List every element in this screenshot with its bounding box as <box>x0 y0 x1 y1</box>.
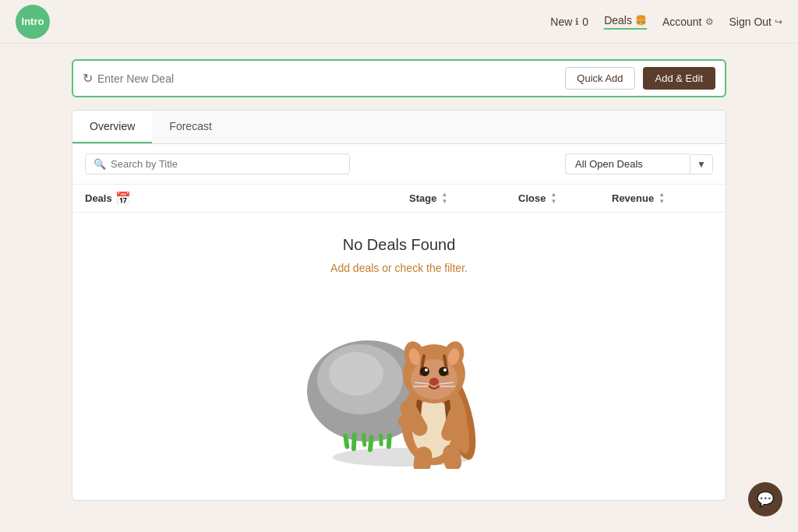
filter-icon: ▼ <box>697 159 706 170</box>
th-stage: Stage ▲ ▼ <box>409 192 518 205</box>
nav-account-label: Account <box>662 16 702 28</box>
sort-up-icon: ▲ <box>441 192 447 198</box>
tabs-bar: Overview Forecast <box>72 111 726 144</box>
search-icon: 🔍 <box>94 158 106 170</box>
sort-up-icon: ▲ <box>659 192 665 198</box>
nav-new-label: New <box>550 16 572 28</box>
svg-rect-8 <box>379 434 383 446</box>
sort-up-icon: ▲ <box>550 192 556 198</box>
info-icon: ℹ <box>575 16 579 27</box>
svg-point-32 <box>429 378 439 386</box>
filter-button[interactable]: ▼ <box>690 154 713 174</box>
quick-add-button[interactable]: Quick Add <box>565 67 634 90</box>
table-header: Deals 📅 Stage ▲ ▼ Close ▲ ▼ Revenue <box>72 185 726 213</box>
nav-deals-label: Deals <box>604 14 632 26</box>
svg-point-3 <box>329 352 383 396</box>
svg-point-31 <box>443 368 447 372</box>
search-input[interactable] <box>111 158 341 170</box>
th-close: Close ▲ ▼ <box>518 192 612 205</box>
filter-bar: 🔍 All Open Deals My Open Deals Won Deals… <box>72 144 726 185</box>
tab-overview[interactable]: Overview <box>72 111 152 143</box>
deals-panel: Overview Forecast 🔍 All Open Deals My Op… <box>72 110 726 501</box>
refresh-icon: ↻ <box>83 71 93 86</box>
sort-down-icon: ▼ <box>659 199 665 205</box>
deals-filter-select[interactable]: All Open Deals My Open Deals Won Deals L… <box>565 153 690 174</box>
top-navigation: Intro New ℹ 0 Deals 🍔 Account ⚙ Sign Out… <box>0 0 798 44</box>
tab-forecast[interactable]: Forecast <box>152 111 228 143</box>
stage-sort[interactable]: ▲ ▼ <box>441 192 447 205</box>
main-content: ↻ Quick Add Add & Edit Overview Forecast… <box>48 44 750 516</box>
nav-item-signout[interactable]: Sign Out ↪ <box>729 16 782 28</box>
deals-icon: 🍔 <box>635 15 647 26</box>
deal-input-wrapper: ↻ <box>83 71 557 86</box>
nav-item-deals[interactable]: Deals 🍔 <box>604 14 647 30</box>
quick-add-bar: ↻ Quick Add Add & Edit <box>72 59 726 97</box>
chat-button[interactable]: 💬 <box>748 482 782 516</box>
svg-point-29 <box>439 367 448 376</box>
sort-down-icon: ▼ <box>550 199 556 205</box>
svg-point-30 <box>425 368 428 372</box>
th-deals: Deals 📅 <box>85 191 409 206</box>
chipmunk-illustration <box>290 290 508 469</box>
filter-select-wrapper: All Open Deals My Open Deals Won Deals L… <box>358 153 713 174</box>
chat-icon: 💬 <box>757 491 774 508</box>
signout-icon: ↪ <box>775 16 782 27</box>
th-revenue: Revenue ▲ ▼ <box>612 192 713 205</box>
search-box: 🔍 <box>85 153 350 174</box>
svg-point-28 <box>420 367 429 376</box>
nav-new-badge: 0 <box>582 16 588 28</box>
close-sort[interactable]: ▲ ▼ <box>550 192 556 205</box>
empty-state: No Deals Found Add deals or check the fi… <box>72 213 726 500</box>
nav-item-account[interactable]: Account ⚙ <box>662 16 714 28</box>
enter-deal-input[interactable] <box>97 72 557 85</box>
nav-item-new[interactable]: New ℹ 0 <box>550 16 588 28</box>
logo-button[interactable]: Intro <box>16 5 50 39</box>
gear-icon: ⚙ <box>705 16 714 27</box>
sort-down-icon: ▼ <box>441 199 447 205</box>
nav-signout-label: Sign Out <box>729 16 772 28</box>
calendar-icon[interactable]: 📅 <box>115 191 131 206</box>
nav-right: New ℹ 0 Deals 🍔 Account ⚙ Sign Out ↪ <box>550 14 782 30</box>
empty-message: Add deals or check the filter. <box>330 262 468 274</box>
svg-rect-5 <box>351 432 357 451</box>
revenue-sort[interactable]: ▲ ▼ <box>659 192 665 205</box>
add-edit-button[interactable]: Add & Edit <box>643 67 715 90</box>
empty-title: No Deals Found <box>343 236 456 254</box>
